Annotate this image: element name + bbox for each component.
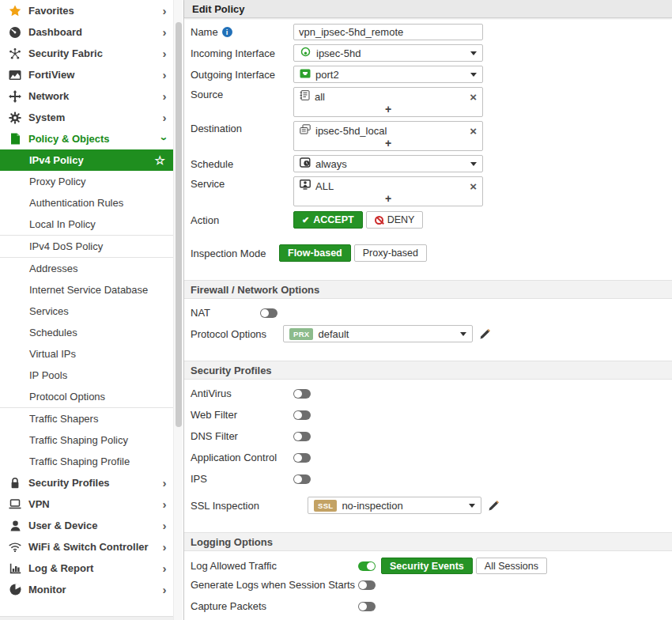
sidebar-item-vpn[interactable]: VPN — [0, 493, 173, 515]
info-icon[interactable] — [222, 27, 232, 37]
chevron-right-icon — [159, 520, 170, 531]
edit-pencil-icon[interactable] — [479, 328, 491, 340]
chevron-right-icon — [159, 26, 170, 38]
sidebar-item-virtual-ips[interactable]: Virtual IPs — [0, 343, 173, 365]
antivirus-toggle[interactable] — [293, 389, 311, 399]
incoming-interface-row: Incoming Interface ipsec-5hd — [184, 44, 672, 62]
security-events-button[interactable]: Security Events — [381, 558, 473, 574]
sidebar-item-monitor[interactable]: Monitor — [0, 579, 173, 600]
destination-entry[interactable]: ipsec-5hd_local — [300, 123, 477, 138]
accept-button[interactable]: ACCEPT — [293, 211, 363, 229]
all-sessions-button[interactable]: All Sessions — [476, 558, 547, 574]
destination-entry-label: ipsec-5hd_local — [315, 125, 387, 137]
page-title: Edit Policy — [184, 0, 672, 18]
add-destination-button[interactable] — [300, 138, 477, 149]
sidebar-item-favorites[interactable]: Favorites — [0, 0, 173, 21]
horizontal-scrollbar[interactable] — [0, 616, 173, 620]
sidebar-item-user-device[interactable]: User & Device — [0, 515, 173, 536]
caret-down-icon — [460, 332, 466, 336]
log-allowed-traffic-toggle[interactable] — [358, 561, 376, 571]
edit-pencil-icon[interactable] — [488, 500, 500, 512]
action-label: Action — [191, 214, 293, 226]
add-service-button[interactable] — [300, 193, 477, 205]
service-box: ALL — [293, 176, 483, 206]
star-icon — [8, 5, 22, 17]
sidebar-subitem-label: Proxy Policy — [29, 176, 86, 187]
sidebar-item-protocol-options[interactable]: Protocol Options — [0, 386, 173, 407]
sidebar-item-traffic-shapers[interactable]: Traffic Shapers — [0, 408, 173, 429]
application-control-label: Application Control — [191, 452, 293, 463]
sidebar-item-addresses[interactable]: Addresses — [0, 258, 173, 279]
remove-icon[interactable] — [470, 91, 477, 103]
ssl-inspection-select[interactable]: SSL no-inspection — [308, 497, 481, 514]
capture-packets-toggle[interactable] — [358, 602, 376, 611]
sidebar-item-label: WiFi & Switch Controller — [28, 541, 159, 553]
sidebar-scrollbar[interactable] — [173, 0, 183, 620]
sidebar: Favorites Dashboard Security Fabric Fort… — [0, 0, 173, 620]
sidebar-subitem-label: IP Pools — [29, 369, 67, 381]
sidebar-item-security-profiles[interactable]: Security Profiles — [0, 472, 173, 493]
outgoing-interface-select[interactable]: port2 — [293, 66, 483, 83]
prx-badge: PRX — [289, 328, 313, 340]
ips-toggle[interactable] — [293, 474, 311, 484]
sidebar-item-log-report[interactable]: Log & Report — [0, 558, 173, 579]
scrollbar-thumb[interactable] — [176, 22, 182, 427]
protocol-options-label: Protocol Options — [191, 328, 283, 340]
ssl-inspection-label: SSL Inspection — [191, 500, 308, 512]
capture-packets-label: Capture Packets — [191, 600, 358, 612]
nat-toggle[interactable] — [260, 308, 277, 318]
web-filter-row: Web Filter — [184, 409, 672, 421]
sidebar-subitem-label: Traffic Shaping Policy — [29, 434, 128, 446]
sidebar-item-internet-service-database[interactable]: Internet Service Database — [0, 279, 173, 301]
sidebar-item-authentication-rules[interactable]: Authentication Rules — [0, 192, 173, 214]
sidebar-item-label: FortiView — [28, 69, 159, 81]
log-allowed-traffic-row: Log Allowed Traffic Security Events All … — [184, 558, 672, 574]
sidebar-item-label: Monitor — [28, 584, 159, 595]
sidebar-subitem-label: Authentication Rules — [29, 197, 123, 209]
incoming-interface-select[interactable]: ipsec-5hd — [293, 44, 483, 62]
sidebar-item-network[interactable]: Network — [0, 85, 173, 107]
remove-icon[interactable] — [470, 125, 477, 137]
add-source-button[interactable] — [300, 104, 477, 115]
sidebar-item-schedules[interactable]: Schedules — [0, 322, 173, 343]
proxy-based-button[interactable]: Proxy-based — [354, 244, 427, 262]
favorite-star-icon[interactable] — [155, 153, 165, 168]
antivirus-label: AntiVirus — [191, 388, 293, 399]
sidebar-subitem-label: IPv4 Policy — [29, 154, 84, 166]
sidebar-item-system[interactable]: System — [0, 107, 173, 128]
chevron-down-icon — [159, 133, 170, 145]
sidebar-item-traffic-shaping-profile[interactable]: Traffic Shaping Profile — [0, 451, 173, 472]
sidebar-item-traffic-shaping-policy[interactable]: Traffic Shaping Policy — [0, 429, 173, 451]
sidebar-item-ipv4-policy[interactable]: IPv4 Policy — [0, 149, 173, 171]
sidebar-item-local-in-policy[interactable]: Local In Policy — [0, 214, 173, 235]
sidebar-item-policy-objects[interactable]: Policy & Objects — [0, 128, 173, 149]
name-input[interactable] — [293, 24, 483, 40]
service-entry[interactable]: ALL — [300, 179, 477, 193]
fortiview-icon — [8, 70, 22, 81]
protocol-options-select[interactable]: PRX default — [283, 325, 473, 342]
sidebar-item-ip-pools[interactable]: IP Pools — [0, 365, 173, 386]
application-control-toggle[interactable] — [293, 453, 311, 463]
caret-down-icon — [470, 51, 477, 55]
flow-based-button[interactable]: Flow-based — [279, 244, 351, 262]
dns-filter-toggle[interactable] — [293, 432, 311, 441]
sidebar-subitem-label: Virtual IPs — [29, 348, 76, 360]
sidebar-item-fortiview[interactable]: FortiView — [0, 64, 173, 85]
sidebar-item-services[interactable]: Services — [0, 301, 173, 322]
source-entry[interactable]: all — [300, 89, 477, 104]
sidebar-item-wifi-switch-controller[interactable]: WiFi & Switch Controller — [0, 536, 173, 558]
remove-icon[interactable] — [470, 180, 477, 192]
deny-button[interactable]: DENY — [366, 211, 424, 229]
sidebar-item-proxy-policy[interactable]: Proxy Policy — [0, 171, 173, 192]
incoming-interface-label: Incoming Interface — [191, 47, 293, 59]
schedule-select[interactable]: always — [293, 155, 483, 172]
web-filter-toggle[interactable] — [293, 410, 311, 420]
sidebar-item-ipv4-dos-policy[interactable]: IPv4 DoS Policy — [0, 236, 173, 257]
generate-logs-toggle[interactable] — [358, 580, 376, 590]
dns-filter-label: DNS Filter — [191, 430, 293, 442]
chevron-right-icon — [159, 112, 170, 123]
sidebar-item-security-fabric[interactable]: Security Fabric — [0, 43, 173, 64]
sidebar-item-dashboard[interactable]: Dashboard — [0, 21, 173, 43]
sidebar-item-label: Log & Report — [28, 562, 159, 574]
protocol-options-row: Protocol Options PRX default — [184, 325, 672, 342]
